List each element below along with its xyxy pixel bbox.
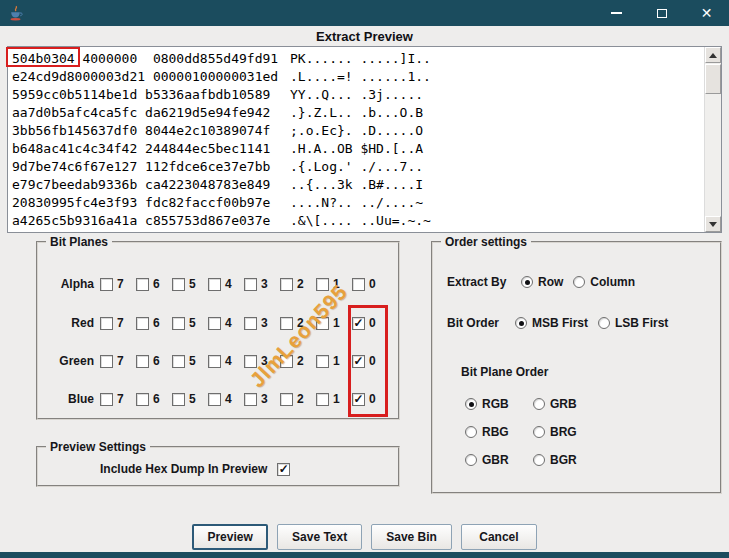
close-button[interactable]: ✕ [684,0,729,26]
radio-button-icon [465,398,477,410]
radio-plane-order-rgb[interactable]: RGB [465,397,533,411]
checkbox-alpha-bit6[interactable] [136,278,149,291]
checkbox-red-bit6[interactable] [136,317,149,330]
ascii-preview: ;.o.Ec}. .D.....O [290,122,423,140]
bit-digit-label: 0 [369,392,376,406]
radio-label: LSB First [615,316,668,330]
checkbox-blue-bit4[interactable] [208,393,221,406]
preview-settings-group-title: Preview Settings [46,440,150,454]
preview-button[interactable]: Preview [192,524,268,550]
checkbox-green-bit1[interactable] [316,355,329,368]
bitplane-cell: 3 [244,277,280,291]
checkbox-blue-bit1[interactable] [316,393,329,406]
radio-dot [525,280,530,285]
checkbox-green-bit6[interactable] [136,355,149,368]
bit-digit-label: 0 [369,354,376,368]
vertical-scrollbar[interactable] [704,47,721,232]
radio-plane-order-grb[interactable]: GRB [533,397,577,411]
maximize-button[interactable] [639,0,684,26]
radio-plane-order-gbr[interactable]: GBR [465,453,533,467]
checkbox-red-bit7[interactable] [100,317,113,330]
radio-bit-order-lsb-first[interactable]: LSB First [598,316,668,330]
bitplane-channel-label: Green [48,354,94,368]
checkbox-blue-bit0[interactable]: ✓ [352,393,365,406]
arrow-down-icon [709,222,717,227]
bitplane-cell: 6 [136,316,172,330]
radio-extract-by-column[interactable]: Column [573,275,635,289]
bitplane-cell: 2 [280,277,316,291]
checkbox-alpha-bit4[interactable] [208,278,221,291]
bit-digit-label: 3 [261,392,268,406]
bit-order-label: Bit Order [447,316,505,330]
checkbox-alpha-bit3[interactable] [244,278,257,291]
bit-digit-label: 2 [297,354,304,368]
checkbox-red-bit2[interactable] [280,317,293,330]
checkbox-blue-bit5[interactable] [172,393,185,406]
save-text-button[interactable]: Save Text [277,524,362,550]
bit-digit-label: 7 [117,354,124,368]
checkbox-blue-bit7[interactable] [100,393,113,406]
preview-settings-group: Preview Settings Include Hex Dump In Pre… [36,446,400,487]
checkbox-green-bit0[interactable]: ✓ [352,355,365,368]
ascii-preview: .}.Z.L.. .b...O.B [290,104,423,122]
ascii-preview: YY..Q... .3j..... [290,86,423,104]
hexdump-line: e24cd9d8000003d21 00000100000031ed.L....… [12,68,704,86]
radio-plane-order-bgr[interactable]: BGR [533,453,577,467]
include-hex-checkbox[interactable]: ✓ [277,463,290,476]
checkbox-alpha-bit5[interactable] [172,278,185,291]
hex-bytes: b648ac41c4c34f42 244844ec5bec1141 [12,140,290,158]
radio-button-icon [465,426,477,438]
bitplane-cell: 4 [208,354,244,368]
radio-bit-order-msb-first[interactable]: MSB First [515,316,588,330]
checkbox-red-bit0[interactable]: ✓ [352,317,365,330]
ascii-preview: .{.Log.' ./...7.. [290,158,423,176]
checkbox-alpha-bit2[interactable] [280,278,293,291]
checkbox-red-bit5[interactable] [172,317,185,330]
checkbox-green-bit4[interactable] [208,355,221,368]
bit-digit-label: 4 [225,316,232,330]
bit-digit-label: 5 [189,354,196,368]
checkbox-green-bit2[interactable] [280,355,293,368]
checkbox-green-bit5[interactable] [172,355,185,368]
hex-bytes: 20830995fc4e3f93 fdc82faccf00b97e [12,194,290,212]
scroll-down-button[interactable] [705,216,721,232]
bitplane-cell: 0 [352,277,388,291]
radio-plane-order-rbg[interactable]: RBG [465,425,533,439]
radio-label: MSB First [532,316,588,330]
bit-digit-label: 3 [261,316,268,330]
checkbox-red-bit1[interactable] [316,317,329,330]
scroll-up-button[interactable] [705,47,721,63]
bit-digit-label: 1 [333,392,340,406]
radio-label: GBR [482,453,509,467]
bitplane-cell: 6 [136,354,172,368]
hex-dump-preview[interactable]: 504b0304 4000000 0800dd855d49fd91PK.....… [7,46,722,233]
bitplane-cell: 2 [280,354,316,368]
checkbox-alpha-bit1[interactable] [316,278,329,291]
checkbox-alpha-bit0[interactable] [352,278,365,291]
checkbox-red-bit4[interactable] [208,317,221,330]
checkbox-alpha-bit7[interactable] [100,278,113,291]
bit-digit-label: 3 [261,354,268,368]
checkbox-blue-bit3[interactable] [244,393,257,406]
radio-label: Row [538,275,563,289]
minimize-button[interactable] [594,0,639,26]
include-hex-row: Include Hex Dump In Preview ✓ [100,454,290,484]
hexdump-text[interactable]: 504b0304 4000000 0800dd855d49fd91PK.....… [8,47,704,232]
scrollbar-thumb[interactable] [705,64,721,94]
save-bin-button[interactable]: Save Bin [371,524,452,550]
bitplane-cell: 3 [244,392,280,406]
radio-plane-order-brg[interactable]: BRG [533,425,577,439]
checkbox-red-bit3[interactable] [244,317,257,330]
bitplane-row-green: Green7654321✓0 [48,353,388,369]
checkbox-green-bit3[interactable] [244,355,257,368]
bit-planes-group-title: Bit Planes [46,235,112,249]
checkbox-blue-bit6[interactable] [136,393,149,406]
hex-bytes: 3bb56fb145637df0 8044e2c10389074f [12,122,290,140]
bitplane-row-blue: Blue7654321✓0 [48,391,388,407]
radio-extract-by-row[interactable]: Row [521,275,563,289]
bit-order-row: Bit Order MSB FirstLSB First [447,315,668,331]
cancel-button[interactable]: Cancel [461,524,537,550]
checkbox-blue-bit2[interactable] [280,393,293,406]
dialog-title: Extract Preview [0,29,729,44]
checkbox-green-bit7[interactable] [100,355,113,368]
